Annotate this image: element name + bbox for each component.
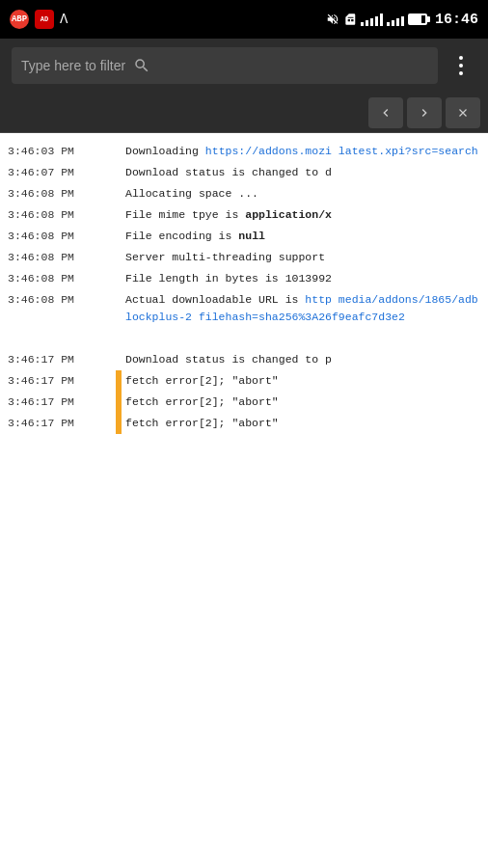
log-row: 3:46:17 PM Download status is changed to… [0, 349, 488, 370]
search-icon [133, 57, 150, 74]
log-row-empty [0, 328, 488, 349]
log-message: Actual downloadable URL is http media/ad… [123, 289, 488, 328]
search-placeholder: Type here to filter [21, 58, 125, 73]
mute-icon [326, 13, 339, 26]
log-message: File mime tpye is application/x [123, 204, 488, 226]
tab-prev-button[interactable] [368, 97, 403, 128]
search-box[interactable]: Type here to filter [12, 47, 438, 84]
log-row: 3:46:08 PM File encoding is null [0, 226, 488, 247]
log-row: 3:46:08 PM Server multi-threading suppor… [0, 247, 488, 268]
log-indicator [116, 268, 122, 289]
adblock-icon: AD [35, 10, 54, 29]
log-row-error: 3:46:17 PM fetch error[2]; "abort" [0, 413, 488, 434]
log-message: Allocating space ... [123, 183, 488, 204]
log-indicator [116, 247, 122, 268]
log-timestamp: 3:46:08 PM [0, 247, 116, 268]
log-message: Download status is changed to p [123, 349, 488, 370]
log-timestamp: 3:46:08 PM [0, 183, 116, 204]
log-indicator [116, 226, 122, 247]
toolbar: Type here to filter [0, 39, 488, 93]
chevron-right-icon [417, 105, 432, 121]
log-indicator [116, 349, 122, 370]
log-indicator [116, 204, 122, 226]
log-indicator [116, 289, 122, 328]
log-row: 3:46:07 PM Download status is changed to… [0, 162, 488, 183]
download-link[interactable]: https://addons.mozi latest.xpi?src=searc… [205, 145, 478, 157]
log-row-error: 3:46:17 PM fetch error[2]; "abort" [0, 392, 488, 413]
log-timestamp: 3:46:17 PM [0, 349, 116, 370]
log-message-error: fetch error[2]; "abort" [123, 370, 488, 392]
log-row: 3:46:08 PM File length in bytes is 10139… [0, 268, 488, 289]
log-indicator [116, 162, 122, 183]
log-indicator [116, 183, 122, 204]
log-timestamp: 3:46:08 PM [0, 268, 116, 289]
time-display: 16:46 [435, 12, 478, 28]
close-icon [456, 106, 470, 120]
log-indicator [116, 141, 122, 162]
abp-icon: ABP [10, 10, 29, 29]
log-timestamp: 3:46:03 PM [0, 141, 116, 162]
tab-next-button[interactable] [407, 97, 442, 128]
log-area: 3:46:03 PM Downloading https://addons.mo… [0, 133, 488, 868]
status-bar-left: ABP AD Λ [10, 10, 68, 29]
battery-icon [408, 14, 427, 25]
log-row: 3:46:08 PM Actual downloadable URL is ht… [0, 289, 488, 328]
chevron-left-icon [378, 105, 393, 121]
log-message: Server multi-threading support [123, 247, 488, 268]
tab-close-button[interactable] [446, 97, 480, 128]
signal-strength-2-icon [387, 13, 404, 26]
lambda-icon: Λ [60, 12, 68, 27]
log-message: File encoding is null [123, 226, 488, 247]
log-message-error: fetch error[2]; "abort" [123, 413, 488, 434]
status-bar-right: 16:46 [326, 12, 478, 28]
log-row: 3:46:08 PM File mime tpye is application… [0, 204, 488, 226]
log-indicator-orange [116, 392, 122, 413]
sim-icon [343, 13, 357, 26]
signal-strength-icon [361, 13, 383, 26]
log-timestamp: 3:46:17 PM [0, 392, 116, 413]
log-timestamp: 3:46:08 PM [0, 226, 116, 247]
log-timestamp: 3:46:07 PM [0, 162, 116, 183]
log-message: Downloading https://addons.mozi latest.x… [123, 141, 488, 162]
log-row: 3:46:03 PM Downloading https://addons.mo… [0, 141, 488, 162]
log-message: Download status is changed to d [123, 162, 488, 183]
log-timestamp: 3:46:17 PM [0, 413, 116, 434]
log-indicator-orange [116, 413, 122, 434]
three-dots-icon [459, 56, 463, 75]
encoding-value: null [238, 230, 265, 242]
actual-url-link[interactable]: http media/addons/1865/adblockplus-2 fil… [125, 293, 478, 323]
log-timestamp: 3:46:17 PM [0, 370, 116, 392]
log-timestamp: 3:46:08 PM [0, 204, 116, 226]
overflow-menu-button[interactable] [446, 50, 476, 81]
log-indicator-orange [116, 370, 122, 392]
log-message: File length in bytes is 1013992 [123, 268, 488, 289]
log-timestamp: 3:46:08 PM [0, 289, 116, 311]
log-row: 3:46:08 PM Allocating space ... [0, 183, 488, 204]
log-timestamp [0, 328, 116, 332]
log-row-error: 3:46:17 PM fetch error[2]; "abort" [0, 370, 488, 392]
status-bar: ABP AD Λ 16:46 [0, 0, 488, 39]
tab-bar [0, 93, 488, 133]
mime-type: application/x [245, 208, 332, 221]
log-message-error: fetch error[2]; "abort" [123, 392, 488, 413]
